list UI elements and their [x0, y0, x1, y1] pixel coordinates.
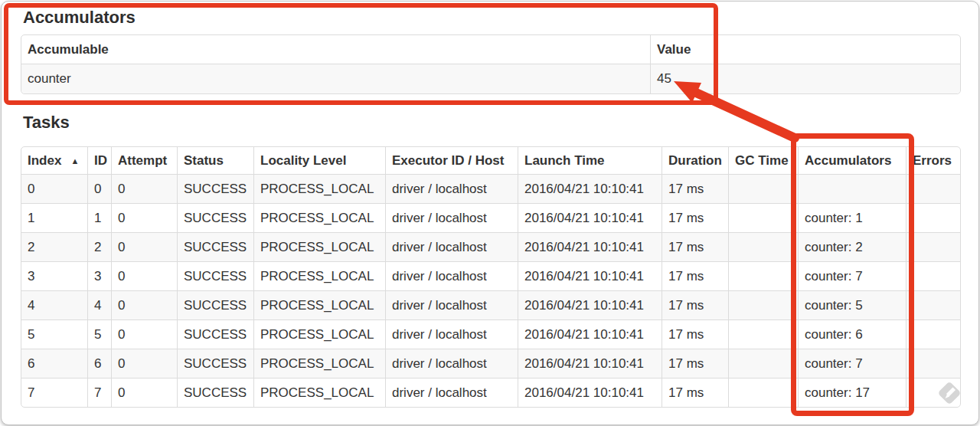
table-cell: SUCCESS [177, 349, 253, 378]
table-cell: 0 [111, 320, 177, 349]
table-cell: 2016/04/21 10:10:41 [518, 320, 662, 349]
column-header-label: ID [94, 153, 107, 168]
table-cell: 0 [111, 203, 177, 232]
table-cell: 17 ms [662, 320, 728, 349]
table-cell: PROCESS_LOCAL [253, 232, 385, 261]
column-header-label: Executor ID / Host [392, 153, 504, 168]
column-header-value: Value [650, 35, 960, 64]
table-row: 660SUCCESSPROCESS_LOCALdriver / localhos… [21, 349, 960, 378]
table-cell: counter: 7 [798, 261, 906, 290]
table-cell: PROCESS_LOCAL [253, 320, 385, 349]
table-cell: 2 [21, 232, 87, 261]
table-cell: PROCESS_LOCAL [253, 349, 385, 378]
table-cell: 17 ms [662, 261, 728, 290]
table-cell: counter: 17 [798, 378, 906, 407]
column-header-id[interactable]: ID [87, 147, 111, 174]
table-cell: 17 ms [662, 174, 728, 203]
column-header-launch-time[interactable]: Launch Time [518, 147, 662, 174]
column-header-accumulators[interactable]: Accumulators [798, 147, 906, 174]
column-header-accumulable: Accumulable [21, 35, 650, 64]
column-header-gc-time[interactable]: GC Time [728, 147, 798, 174]
column-header-duration[interactable]: Duration [662, 147, 728, 174]
column-header-status[interactable]: Status [177, 147, 253, 174]
table-cell [728, 320, 798, 349]
table-cell: 6 [21, 349, 87, 378]
column-header-locality-level[interactable]: Locality Level [253, 147, 385, 174]
column-header-label: Duration [668, 153, 722, 168]
table-cell: SUCCESS [177, 290, 253, 320]
table-cell: PROCESS_LOCAL [253, 203, 385, 232]
table-cell [906, 203, 960, 232]
table-cell: 2016/04/21 10:10:41 [518, 349, 662, 378]
table-cell [728, 261, 798, 290]
table-cell [906, 349, 960, 378]
table-cell: 0 [111, 261, 177, 290]
table-cell: PROCESS_LOCAL [253, 290, 385, 320]
table-cell: 5 [21, 320, 87, 349]
table-cell: PROCESS_LOCAL [253, 174, 385, 203]
table-cell: 7 [21, 378, 87, 407]
column-header-label: Index [28, 153, 61, 168]
column-header-label: Value [657, 42, 691, 57]
tasks-section-title: Tasks [23, 113, 70, 132]
table-cell: 4 [21, 290, 87, 320]
column-header-executor-id-host[interactable]: Executor ID / Host [385, 147, 518, 174]
table-cell: 0 [111, 232, 177, 261]
table-cell: 7 [87, 378, 111, 407]
table-cell: 17 ms [662, 232, 728, 261]
table-cell: 3 [87, 261, 111, 290]
table-cell [728, 349, 798, 378]
tasks-table: Index▲IDAttemptStatusLocality LevelExecu… [21, 146, 961, 408]
column-header-index[interactable]: Index▲ [21, 147, 87, 174]
table-cell: driver / localhost [385, 320, 518, 349]
column-header-label: Status [184, 153, 224, 168]
table-cell: driver / localhost [385, 232, 518, 261]
table-header-row: Index▲IDAttemptStatusLocality LevelExecu… [21, 147, 960, 174]
table-cell: 2 [87, 232, 111, 261]
table-cell: 0 [111, 174, 177, 203]
table-cell: driver / localhost [385, 349, 518, 378]
column-header-label: GC Time [735, 153, 789, 168]
table-cell: SUCCESS [177, 174, 253, 203]
table-cell [798, 174, 906, 203]
table-row: 550SUCCESSPROCESS_LOCALdriver / localhos… [21, 320, 960, 349]
table-row: 110SUCCESSPROCESS_LOCALdriver / localhos… [21, 203, 960, 232]
table-cell: 1 [87, 203, 111, 232]
table-cell: 2016/04/21 10:10:41 [518, 378, 662, 407]
table-cell: counter: 7 [798, 349, 906, 378]
column-header-errors[interactable]: Errors [906, 147, 960, 174]
table-cell: 2016/04/21 10:10:41 [518, 203, 662, 232]
column-header-attempt[interactable]: Attempt [111, 147, 177, 174]
table-cell [906, 232, 960, 261]
table-cell: 17 ms [662, 349, 728, 378]
table-cell: driver / localhost [385, 290, 518, 320]
table-cell: driver / localhost [385, 174, 518, 203]
table-cell [728, 174, 798, 203]
column-header-label: Accumulable [28, 42, 109, 57]
table-cell [906, 320, 960, 349]
accumulable-table: AccumulableValue counter45 [21, 34, 961, 94]
table-cell: driver / localhost [385, 261, 518, 290]
table-cell: counter: 2 [798, 232, 906, 261]
table-cell: 0 [111, 290, 177, 320]
table-row: 330SUCCESSPROCESS_LOCALdriver / localhos… [21, 261, 960, 290]
table-cell: 0 [111, 349, 177, 378]
table-cell [728, 290, 798, 320]
table-cell: PROCESS_LOCAL [253, 378, 385, 407]
table-cell: SUCCESS [177, 261, 253, 290]
column-header-label: Errors [913, 153, 952, 168]
table-cell: 2016/04/21 10:10:41 [518, 290, 662, 320]
table-cell: 6 [87, 349, 111, 378]
table-cell: counter [21, 64, 650, 93]
column-header-label: Accumulators [805, 153, 891, 168]
table-cell: 0 [87, 174, 111, 203]
table-cell: SUCCESS [177, 232, 253, 261]
table-cell: counter: 1 [798, 203, 906, 232]
table-cell: 2016/04/21 10:10:41 [518, 261, 662, 290]
table-header-row: AccumulableValue [21, 35, 960, 64]
table-cell [728, 203, 798, 232]
table-cell [906, 261, 960, 290]
table-cell [728, 378, 798, 407]
table-cell: 17 ms [662, 203, 728, 232]
table-cell: driver / localhost [385, 378, 518, 407]
